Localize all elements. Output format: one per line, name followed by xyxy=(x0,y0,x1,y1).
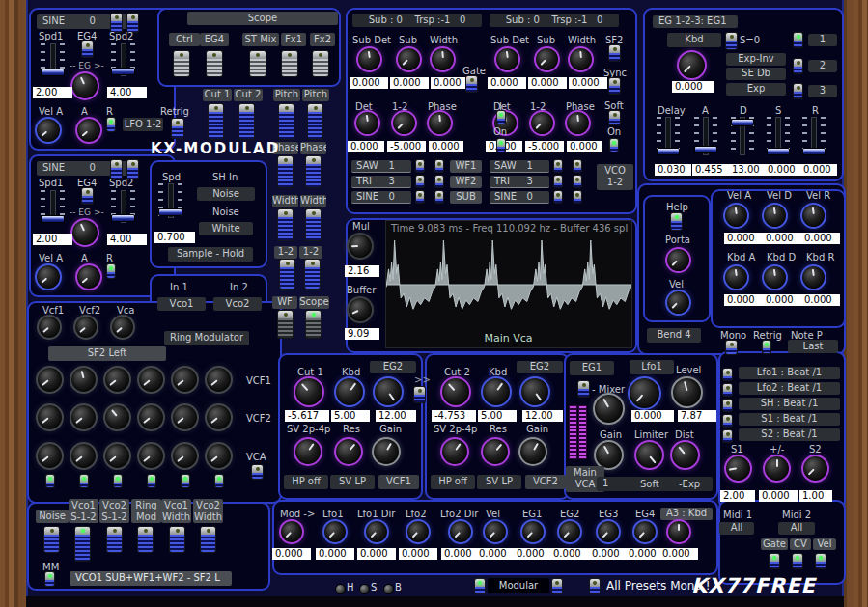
vca-level-value[interactable]: 7.87 xyxy=(678,410,716,422)
lfo-spd2-slider[interactable] xyxy=(111,43,135,80)
eg-adsr-value[interactable]: 13.00 xyxy=(729,164,766,176)
vco-sub-value[interactable]: 0.000 xyxy=(390,77,429,89)
mod-row-value[interactable]: 0.000 xyxy=(514,548,552,560)
beat-pm-value[interactable]: 0.000 xyxy=(759,490,798,502)
vk-knob[interactable] xyxy=(800,203,826,229)
mm-source-label[interactable]: Vco2Width xyxy=(193,499,223,523)
midi-gate-label[interactable]: Gate xyxy=(761,538,788,550)
vco-12-value[interactable]: -5.000 xyxy=(525,141,564,152)
lfo-a-knob[interactable] xyxy=(75,117,102,144)
vk-knob[interactable] xyxy=(762,203,788,229)
mod-switch-label[interactable]: Width xyxy=(272,195,298,207)
mm-source-switch[interactable] xyxy=(106,526,123,553)
sf2-left-select[interactable]: SF2 Left xyxy=(48,346,166,361)
mod-row-value[interactable]: 0.000 xyxy=(550,548,589,560)
mono-switch[interactable] xyxy=(725,340,738,355)
mode-prev-switch[interactable] xyxy=(474,578,486,594)
filter-kbd-knob[interactable] xyxy=(481,376,512,407)
vcf-matrix-knob[interactable] xyxy=(171,403,199,431)
eg-adsr-slider-handle[interactable] xyxy=(657,148,680,155)
mm-source-label[interactable]: Vco1Width xyxy=(161,499,191,523)
vco-1-2-button[interactable]: VCO1-2 xyxy=(597,164,633,190)
scope-route-switch[interactable] xyxy=(173,50,190,77)
filter-sv-mode-select[interactable]: SV LP xyxy=(477,475,521,489)
mode-select[interactable]: Modular xyxy=(488,578,549,593)
vcf-matrix-led[interactable] xyxy=(181,474,190,488)
filter-kbd-value[interactable]: 5.00 xyxy=(331,410,370,422)
eg-adsr-slider-handle[interactable] xyxy=(731,119,754,126)
vca-mixer-knob[interactable] xyxy=(593,393,625,425)
eg-out3-led[interactable] xyxy=(793,83,803,99)
vco-subdet-knob[interactable] xyxy=(494,46,520,72)
lfo-spd2-slider-handle[interactable] xyxy=(111,68,135,75)
mm-source-switch[interactable] xyxy=(137,526,154,553)
vcf-matrix-knob[interactable] xyxy=(205,366,233,394)
retrig-led[interactable] xyxy=(762,340,771,354)
lfo-r-led[interactable] xyxy=(106,117,116,132)
mod-a3-kbd-select[interactable]: A3 : Kbd xyxy=(660,508,713,520)
mod-route-switch[interactable] xyxy=(279,259,295,290)
vco-wave-switch[interactable] xyxy=(573,159,582,173)
mod-row-value[interactable]: 0.000 xyxy=(399,548,437,560)
scope-switch-label[interactable]: EG4 xyxy=(200,33,229,46)
mm-source-switch[interactable] xyxy=(200,526,216,553)
vcf-matrix-led[interactable] xyxy=(147,474,156,488)
lfo-spd1-slider[interactable] xyxy=(41,43,65,80)
vcf-matrix-knob[interactable] xyxy=(70,403,98,431)
lfo-spd2-value[interactable]: 4.00 xyxy=(107,87,147,98)
vco-on2-led[interactable] xyxy=(609,138,619,152)
vco-wave-switch[interactable] xyxy=(415,159,425,173)
vco-wave-select[interactable]: SINE0 xyxy=(490,191,549,204)
lfo-eg-amount-knob[interactable] xyxy=(70,218,99,247)
vcf-matrix-led[interactable] xyxy=(214,474,224,488)
mod-row-value[interactable]: 0.000 xyxy=(316,548,354,560)
vco-sf2-switch[interactable] xyxy=(608,44,621,62)
scope-switch-label[interactable]: Ctrl xyxy=(169,33,200,46)
vco-det-knob[interactable] xyxy=(354,110,380,136)
vcf-matrix-knob[interactable] xyxy=(171,442,199,470)
mod-switch-label[interactable]: Width xyxy=(300,195,326,207)
mm-source-label[interactable]: RingMod xyxy=(131,499,161,523)
eg-out2-button[interactable]: 2 xyxy=(808,60,837,72)
eg-kbd-button[interactable]: Kbd xyxy=(667,33,721,47)
sh-spd-value[interactable]: 0.700 xyxy=(154,232,195,243)
beat-s2-value[interactable]: 1.00 xyxy=(799,490,832,502)
midi-cv-label[interactable]: CV xyxy=(790,538,811,550)
eg-adsr-slider-handle[interactable] xyxy=(767,148,790,155)
vca-limiter-knob[interactable] xyxy=(634,440,664,470)
filter-hp-mode-select[interactable]: HP off xyxy=(431,475,475,489)
eg-out2-led[interactable] xyxy=(793,58,803,74)
mod-route-switch[interactable] xyxy=(307,103,323,140)
scope-buffer-value[interactable]: 9.09 xyxy=(345,328,379,340)
beat-sync-switch[interactable] xyxy=(722,429,733,443)
vca-level-knob[interactable] xyxy=(671,376,703,408)
presets-mono-switch[interactable] xyxy=(589,578,601,594)
lfo-spd1-value[interactable]: 2.00 xyxy=(33,234,72,245)
vco-sub-knob[interactable] xyxy=(396,46,422,72)
vcf-top-knob[interactable] xyxy=(110,315,135,340)
mm-source-label[interactable]: Vco1S-1-2 xyxy=(69,499,98,523)
mod-row-value[interactable]: 0.000 xyxy=(357,548,396,560)
beat-mode-select[interactable]: Lfo2 : Beat /1 xyxy=(739,382,840,395)
vco-wave-switch[interactable] xyxy=(573,190,582,204)
filter-kbd-value[interactable]: 5.00 xyxy=(478,410,517,422)
beat-knob[interactable] xyxy=(801,455,829,483)
vcf-matrix-knob[interactable] xyxy=(70,442,98,470)
vca-lfo1-select[interactable]: Lfo1 xyxy=(630,360,674,374)
eg-out1-button[interactable]: 1 xyxy=(808,34,837,46)
filter-eg2-knob[interactable] xyxy=(519,376,550,407)
vca-row-switch[interactable] xyxy=(251,464,264,480)
vco-width-knob[interactable] xyxy=(430,46,456,72)
vk-value[interactable]: 0.000 xyxy=(724,233,763,244)
filter-name-button[interactable]: VCF2 xyxy=(525,475,566,489)
lfo-spd1-slider-handle[interactable] xyxy=(41,215,65,223)
mod-row-knob[interactable] xyxy=(406,519,431,544)
vco-subdet-knob[interactable] xyxy=(356,46,382,72)
scope-source-switch[interactable] xyxy=(305,310,322,339)
vco-i-led[interactable] xyxy=(496,110,506,124)
vk-value[interactable]: 0.000 xyxy=(724,294,763,306)
filter-eg2-knob[interactable] xyxy=(373,376,404,407)
mod-route-switch[interactable] xyxy=(304,259,321,290)
vk-knob[interactable] xyxy=(762,264,788,290)
vco-wave-select[interactable]: SAW1 xyxy=(351,160,411,173)
